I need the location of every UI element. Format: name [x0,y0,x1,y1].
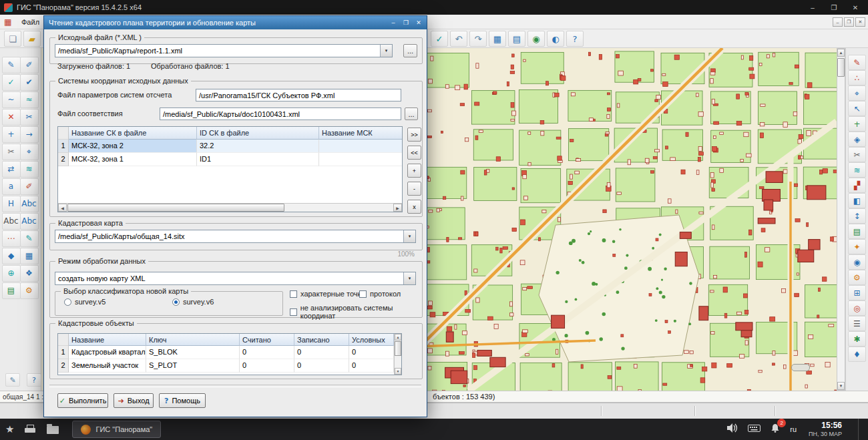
scroll-down-icon[interactable]: ▼ [395,368,401,375]
taskbar-app-button[interactable]: ГИС "Панорама" [72,421,161,438]
scroll-right-icon[interactable]: ▶ [393,204,402,212]
map-vertical-scrollbar[interactable]: ▲ ▼ [837,48,845,391]
wave-icon[interactable]: ≋ [848,162,866,178]
checkbox-protocol[interactable]: протокол [359,290,401,298]
processing-mode-combobox[interactable]: создать новую карту XML ▾ [55,272,416,285]
cell-conditional[interactable]: 0 [349,346,394,359]
rows-icon[interactable]: ▤ [848,224,866,239]
cut-icon[interactable]: ✂ [848,147,866,162]
confirm-icon[interactable]: ✓ [431,31,448,47]
scrollbar-thumb[interactable] [395,341,401,356]
grid-plus-icon[interactable]: ⊞ [848,285,866,300]
add-row-button[interactable]: + [407,164,421,178]
table-row[interactable]: 1 Кадастровый квартал S_BLOK 0 0 0 [58,346,401,359]
circle-icon[interactable]: ◉ [848,254,866,270]
combo-arrow-icon[interactable]: ▾ [403,230,415,242]
source-browse-button[interactable]: ... [403,44,417,57]
clock[interactable]: 15:56 ПН, 30 МАР [809,421,842,437]
hatch-icon[interactable]: ▦ [20,248,39,264]
parallel-line-icon[interactable]: ≈ [20,91,39,108]
dots-icon[interactable]: ⋯ [2,230,21,247]
smooth-line-icon[interactable]: ~ [2,91,21,108]
delete-object-icon[interactable]: ✕ [2,109,21,126]
text-abc-underline-icon[interactable]: Abc [2,213,21,230]
cell-written[interactable]: 0 [294,346,349,359]
text-a-icon[interactable]: а [2,178,21,195]
text-abc-box-icon[interactable]: Abc [20,213,39,230]
attributes-table-icon[interactable]: ▦ [489,31,506,47]
gear-icon[interactable]: ⚙ [848,270,866,285]
folder-icon[interactable] [47,426,59,434]
add-icon[interactable]: + [848,116,866,132]
help-icon[interactable]: ? [566,31,584,47]
table-row[interactable]: 2 Земельный участок S_PLOT 0 0 0 [58,359,401,373]
redo-icon[interactable]: ↷ [469,31,487,47]
globe-layers-icon[interactable]: ◐ [547,31,564,47]
cell-msk[interactable] [319,153,403,166]
window-maximize-icon[interactable]: ❐ [825,1,843,14]
table-vertical-scrollbar[interactable]: ▲ ▼ [394,334,401,375]
table-row[interactable]: 1 МСК-32, зона 2 32.2 [58,140,402,153]
language-indicator[interactable]: ru [790,425,797,433]
dialog-close-icon[interactable]: ✕ [413,18,424,27]
col-header-read[interactable]: Считано [240,334,294,346]
child-close-icon[interactable]: ✕ [855,17,865,27]
legend-book-icon[interactable]: ▤ [508,31,525,47]
fill-icon[interactable]: ▞ [848,178,866,193]
cell-key[interactable]: S_PLOT [146,359,240,373]
combo-arrow-icon[interactable]: ▾ [403,272,415,284]
cell-name[interactable]: МСК-32, зона 2 [69,140,197,153]
undo-icon[interactable]: ↶ [450,31,467,47]
params-file-field[interactable]: /usr/Panorama15/ГСК Субъектов РФ.xml [196,89,401,101]
half-square-icon[interactable]: ◧ [848,193,866,208]
open-folder-icon[interactable]: ▰ [23,31,41,47]
scrollbar-thumb[interactable] [67,204,284,212]
menu-grid-icon[interactable]: ▦ [4,18,12,26]
window-minimize-icon[interactable]: – [804,1,821,14]
scrollbar-thumb[interactable] [837,58,845,77]
cut-line-icon[interactable]: ✂ [20,109,39,126]
clear-button[interactable]: x [407,200,421,214]
col-header-key[interactable]: Ключ [146,334,240,346]
coord-systems-table[interactable]: Название СК в файле ID СК в файле Назван… [57,126,403,212]
diamond-small-icon[interactable]: ♦ [848,347,866,362]
rhomb-icon[interactable]: ◈ [848,132,866,147]
points-icon[interactable]: ∴ [848,70,866,85]
burst-icon[interactable]: ✱ [848,331,866,347]
keyboard-icon[interactable] [748,423,761,435]
match-file-field[interactable]: /media/sf_Public/Карты/doc10100431.xml [160,107,401,120]
cell-name[interactable]: Земельный участок [69,359,146,373]
dialog-titlebar[interactable]: Чтение кадастрового плана территории и о… [44,16,427,29]
radio-survey-v6[interactable]: survey.v6 [172,298,214,306]
dialog-maximize-icon[interactable]: ❐ [401,18,411,27]
settings-icon[interactable]: ⚙ [20,282,39,299]
col-header-name[interactable]: Название СК в файле [69,127,197,140]
cell-id[interactable]: ID1 [197,153,319,166]
cell-read[interactable]: 0 [240,346,294,359]
table-icon[interactable]: ▤ [2,282,21,299]
draw-pencil-icon[interactable]: ✎ [2,57,21,73]
text-abc-icon[interactable]: Abc [20,196,39,212]
volume-icon[interactable] [726,423,738,436]
remove-row-button[interactable]: - [407,182,421,196]
continue-line-icon[interactable]: → [20,126,39,143]
add-point-icon[interactable]: + [2,126,21,143]
scroll-left-icon[interactable]: ◀ [58,204,67,212]
col-header-name[interactable]: Название [69,334,146,346]
col-header-id[interactable]: ID СК в файле [197,127,319,140]
menu-file[interactable]: Файл [21,18,39,26]
cell-name[interactable]: Кадастровый квартал [69,346,146,359]
transfer-left-button[interactable]: << [407,146,421,160]
show-desktop-button[interactable] [858,419,863,440]
scissors-icon[interactable]: ✂ [2,144,21,160]
favorites-star-icon[interactable]: ★ [5,423,14,435]
text-edit-icon[interactable]: ✐ [20,178,39,195]
printer-icon[interactable] [25,425,36,434]
annotation-icon[interactable]: ✎ [5,373,20,387]
scroll-down-icon[interactable]: ▼ [837,382,845,390]
bullseye-icon[interactable]: ◎ [848,300,866,316]
cell-conditional[interactable]: 0 [349,359,394,373]
mirror-icon[interactable]: ❖ [20,265,39,282]
map-help-icon[interactable]: ? [27,373,41,387]
edit-point-icon[interactable]: ✎ [848,55,866,70]
